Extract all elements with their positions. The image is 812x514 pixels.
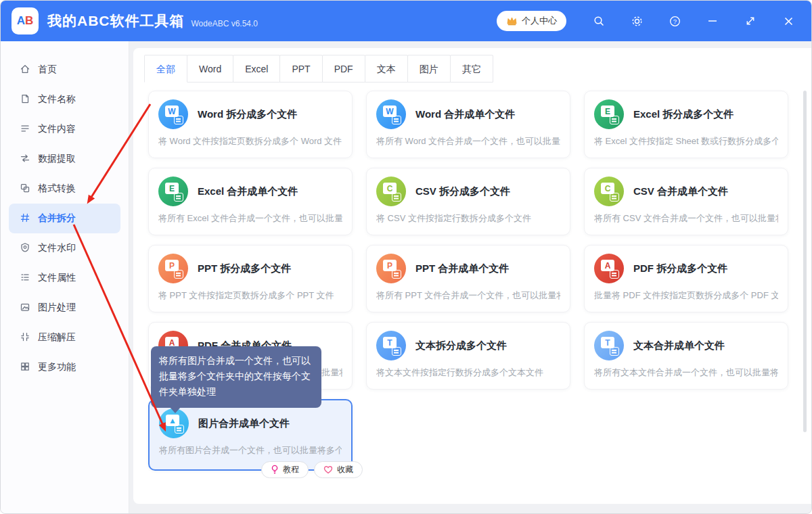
svg-text:?: ? bbox=[673, 18, 676, 25]
mini-doc-icon bbox=[610, 193, 619, 202]
sidebar-item-merge-split[interactable]: 合并拆分 bbox=[9, 204, 120, 233]
close-icon bbox=[784, 16, 794, 26]
settings-button[interactable] bbox=[618, 1, 656, 41]
card-actions: 教程收藏 bbox=[261, 461, 363, 478]
tool-card-text-split[interactable]: T 文本拆分成多个文件 将文本文件按指定行数拆分成多个文本文件 bbox=[366, 322, 570, 390]
mini-doc-icon bbox=[174, 116, 183, 124]
word-merge-icon: W bbox=[376, 99, 406, 129]
sidebar-item-data-extract[interactable]: 数据提取 bbox=[9, 144, 120, 174]
close-button[interactable] bbox=[769, 1, 807, 41]
main-area: 全部WordExcelPPTPDF文本图片其它 W Word 拆分成多个文件 将… bbox=[130, 41, 811, 513]
tool-card-grid: W Word 拆分成多个文件 将 Word 文件按指定页数拆分成多个 Word … bbox=[148, 91, 788, 467]
tooltip: 将所有图片合并成一个文件，也可以批量将多个文件夹中的文件按每个文件夹单独处理 bbox=[151, 346, 321, 408]
help-icon: ? bbox=[669, 15, 681, 28]
card-description: 将 CSV 文件按指定行数拆分成多个文件 bbox=[376, 212, 560, 225]
overlap-squares-icon bbox=[20, 183, 30, 193]
sidebar-item-compress[interactable]: 压缩解压 bbox=[9, 323, 120, 352]
card-description: 将所有 CSV 文件合并成一个文件，也可以批量将多个文件夹中的文件按每个文件夹单… bbox=[594, 212, 778, 225]
card-description: 批量将 PDF 文件按指定页数拆分成多个 PDF 文件 bbox=[594, 289, 778, 302]
sidebar-item-watermark[interactable]: 文件水印 bbox=[9, 233, 120, 263]
tab-ppt[interactable]: PPT bbox=[279, 55, 322, 83]
card-title: Excel 合并成单个文件 bbox=[198, 185, 298, 198]
sidebar-item-file-attributes[interactable]: 文件属性 bbox=[9, 263, 120, 293]
sidebar-item-more[interactable]: 更多功能 bbox=[9, 352, 120, 382]
card-title: Excel 拆分成多个文件 bbox=[633, 108, 734, 121]
sidebar-item-image-process[interactable]: 图片处理 bbox=[9, 293, 120, 323]
help-button[interactable]: ? bbox=[656, 1, 694, 41]
card-description: 将所有 PPT 文件合并成一个文件，也可以批量将多个文件夹中的文件按每个文件夹单… bbox=[376, 289, 560, 302]
file-icon bbox=[20, 93, 30, 104]
tab-other[interactable]: 其它 bbox=[450, 55, 493, 83]
mini-doc-icon bbox=[392, 116, 401, 124]
sidebar-item-label: 文件名称 bbox=[38, 93, 76, 106]
maximize-button[interactable] bbox=[731, 1, 769, 41]
tool-card-ppt-merge[interactable]: P PPT 合并成单个文件 将所有 PPT 文件合并成一个文件，也可以批量将多个… bbox=[366, 245, 570, 312]
tab-text[interactable]: 文本 bbox=[365, 55, 408, 83]
sidebar-item-label: 更多功能 bbox=[38, 361, 76, 373]
tab-word[interactable]: Word bbox=[187, 55, 233, 83]
sidebar: 首页 文件名称 文件内容 数据提取 格式转换 合并拆分 文件水印 文件属性 图片… bbox=[1, 41, 129, 513]
tool-card-ppt-split[interactable]: P PPT 拆分成多个文件 将 PPT 文件按指定页数拆分成多个 PPT 文件 bbox=[148, 245, 353, 312]
tool-card-word-split[interactable]: W Word 拆分成多个文件 将 Word 文件按指定页数拆分成多个 Word … bbox=[148, 91, 353, 158]
text-merge-icon: T bbox=[594, 331, 624, 360]
pdf-split-icon: A bbox=[594, 254, 624, 283]
favorite-button[interactable]: 收藏 bbox=[314, 461, 363, 478]
home-icon bbox=[20, 64, 30, 74]
mini-doc-icon bbox=[392, 193, 401, 202]
tab-pdf[interactable]: PDF bbox=[322, 55, 365, 83]
card-description: 将 Excel 文件按指定 Sheet 数或行数拆分成多个 Excel 文件 bbox=[594, 135, 778, 147]
text-split-icon: T bbox=[376, 331, 406, 360]
card-title: 图片合并成单个文件 bbox=[198, 417, 290, 430]
tool-card-csv-merge[interactable]: C CSV 合并成单个文件 将所有 CSV 文件合并成一个文件，也可以批量将多个… bbox=[584, 168, 788, 235]
crown-icon bbox=[506, 16, 518, 26]
card-title: CSV 拆分成多个文件 bbox=[415, 185, 510, 198]
card-title: Word 合并成单个文件 bbox=[415, 108, 515, 121]
ppt-split-icon: P bbox=[158, 254, 188, 283]
ppt-merge-icon: P bbox=[376, 254, 406, 283]
tool-card-text-merge[interactable]: T 文本合并成单个文件 将所有文本文件合并成一个文件，也可以批量将多个文件夹中的… bbox=[584, 322, 788, 390]
sidebar-item-label: 压缩解压 bbox=[38, 331, 76, 344]
mini-doc-icon bbox=[610, 270, 619, 279]
minimize-button[interactable] bbox=[694, 1, 731, 41]
category-tabs: 全部WordExcelPPTPDF文本图片其它 bbox=[145, 55, 493, 83]
sidebar-item-file-content[interactable]: 文件内容 bbox=[9, 114, 120, 144]
user-center-button[interactable]: 个人中心 bbox=[497, 11, 566, 31]
mini-doc-icon bbox=[174, 270, 183, 279]
tool-card-word-merge[interactable]: W Word 合并成单个文件 将所有 Word 文件合并成一个文件，也可以批量将… bbox=[366, 91, 570, 158]
sidebar-item-format-convert[interactable]: 格式转换 bbox=[9, 174, 120, 204]
sidebar-item-label: 数据提取 bbox=[38, 153, 76, 165]
card-title: PPT 合并成单个文件 bbox=[415, 262, 509, 275]
sidebar-item-label: 首页 bbox=[38, 64, 57, 76]
titlebar-buttons: ? bbox=[580, 1, 807, 41]
resize-icon bbox=[745, 16, 756, 26]
card-title: PPT 拆分成多个文件 bbox=[198, 262, 291, 275]
card-title: CSV 合并成单个文件 bbox=[633, 185, 728, 198]
tab-image[interactable]: 图片 bbox=[407, 55, 451, 83]
sidebar-item-label: 合并拆分 bbox=[38, 212, 76, 225]
grid-icon bbox=[20, 361, 30, 372]
tool-card-excel-split[interactable]: E Excel 拆分成多个文件 将 Excel 文件按指定 Sheet 数或行数… bbox=[584, 91, 788, 158]
tooltip-text: 将所有图片合并成一个文件，也可以批量将多个文件夹中的文件按每个文件夹单独处理 bbox=[159, 355, 311, 397]
card-title: PDF 拆分成多个文件 bbox=[633, 262, 727, 275]
sidebar-item-home[interactable]: 首页 bbox=[9, 55, 120, 85]
sidebar-item-label: 文件水印 bbox=[38, 242, 76, 254]
app-logo: AB bbox=[12, 7, 39, 34]
tool-card-csv-split[interactable]: C CSV 拆分成多个文件 将 CSV 文件按指定行数拆分成多个文件 bbox=[366, 168, 570, 235]
tool-card-excel-merge[interactable]: E Excel 合并成单个文件 将所有 Excel 文件合并成一个文件，也可以批… bbox=[148, 168, 353, 235]
tool-card-pdf-split[interactable]: A PDF 拆分成多个文件 批量将 PDF 文件按指定页数拆分成多个 PDF 文… bbox=[584, 245, 788, 312]
tab-all[interactable]: 全部 bbox=[144, 55, 187, 83]
card-description: 将 Word 文件按指定页数拆分成多个 Word 文件 bbox=[158, 135, 342, 147]
mini-doc-icon bbox=[175, 425, 184, 434]
shield-icon bbox=[20, 242, 30, 253]
tab-excel[interactable]: Excel bbox=[233, 55, 280, 83]
swap-arrows-icon bbox=[20, 153, 30, 164]
hash-icon bbox=[20, 212, 30, 223]
sidebar-item-label: 图片处理 bbox=[38, 302, 76, 314]
mini-doc-icon bbox=[174, 193, 183, 202]
vertical-scrollbar[interactable] bbox=[803, 91, 807, 432]
search-button[interactable] bbox=[580, 1, 618, 41]
sidebar-item-file-name[interactable]: 文件名称 bbox=[9, 85, 120, 114]
card-description: 将所有文本文件合并成一个文件，也可以批量将多个文件夹中的文件按每个文件夹单独处理 bbox=[594, 367, 778, 379]
tutorial-button[interactable]: 教程 bbox=[261, 461, 309, 478]
list-lines-icon bbox=[20, 123, 30, 134]
